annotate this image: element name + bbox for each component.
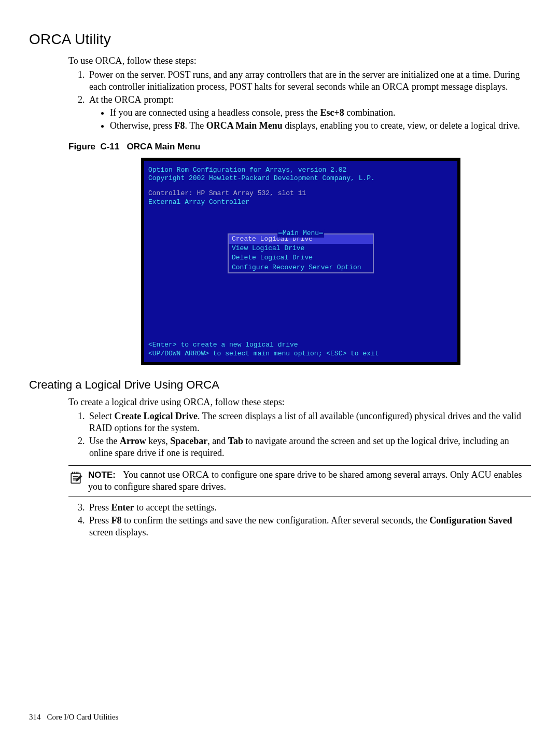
terminal-main-menu: ═Main Menu═ Create Logical Drive View Lo… [228,233,374,273]
text-orca: ORCA [183,469,209,480]
text-bold: ORCA Main Menu [206,120,283,131]
terminal-line: <UP/DOWN ARROW> to select main menu opti… [148,350,379,358]
document-page: ORCA Utility To use ORCA, follow these s… [0,0,560,746]
bullet-2: Otherwise, press F8. The ORCA Main Menu … [110,120,531,132]
text-orca: ORCA [115,94,142,105]
terminal-line: <Enter> to create a new logical drive [148,341,379,349]
terminal-footer: <Enter> to create a new logical drive <U… [148,341,379,358]
heading-creating-logical-drive: Creating a Logical Drive Using ORCA [29,378,531,392]
step-2: Use the Arrow keys, Spacebar, and Tab to… [87,435,531,459]
text: To create a logical drive using [68,397,184,407]
text: to accept the settings. [134,502,217,513]
text: keys, [146,436,171,446]
text: , follow these steps: [211,397,285,407]
text: Press [89,502,111,513]
text-bold: Tab [228,436,243,446]
note-label: NOTE: [88,470,116,480]
text: Main Menu [283,229,319,237]
text-bold: Arrow [120,436,146,446]
text-orca: ORCA [383,81,410,92]
terminal-screen: Option Rom Configuration for Arrays, ver… [144,161,457,362]
page-number: 314 [29,713,41,721]
divider [68,496,531,496]
figure-caption: Figure C-11 ORCA Main Menu [68,141,531,153]
note-icon [68,470,83,488]
steps-list-1: Power on the server. POST runs, and any … [68,69,531,132]
text: Otherwise, press [110,120,174,131]
text-orca: ORCA [184,397,211,407]
text: to confirm the settings and save the new… [122,515,430,526]
text-bold: F8 [111,515,122,526]
step-1: Select Create Logical Drive. The screen … [87,410,531,434]
bullet-list: If you are connected using a headless co… [89,107,531,132]
text-acu: ACU [471,469,492,480]
terminal-line: External Array Controller [148,198,453,206]
text: , and [207,436,228,446]
text-orca: ORCA [95,56,122,66]
footer-title: Core I/O Card Utilities [47,713,119,721]
steps-list-2: Select Create Logical Drive. The screen … [68,410,531,459]
text-bold: Create Logical Drive [114,411,198,421]
text: screen displays. [89,527,148,537]
text-bold: Spacebar [170,436,207,446]
text-bold: Esc+8 [320,107,344,118]
intro-block: To use ORCA, follow these steps: Power o… [68,55,531,365]
note-row: NOTE:You cannot use ORCA to configure on… [68,466,531,496]
text: , follow these steps: [122,56,197,66]
terminal-line: Copyright 2002 Hewlett-Packard Developme… [148,174,453,183]
intro-paragraph: To use ORCA, follow these steps: [68,55,531,67]
terminal-line: Controller: HP Smart Array 532, slot 11 [148,189,453,198]
note-block: NOTE:You cannot use ORCA to configure on… [68,465,531,496]
menu-item-view[interactable]: View Logical Drive [229,244,373,253]
steps-list-3: Press Enter to accept the settings. Pres… [68,502,531,538]
text: Select [89,411,114,421]
text-bold: Configuration Saved [429,515,512,526]
text: combination. [344,107,396,118]
text: Use the [89,436,120,446]
section-2-block: To create a logical drive using ORCA, fo… [68,396,531,538]
terminal-frame: Option Rom Configuration for Arrays, ver… [141,158,460,365]
note-text: NOTE:You cannot use ORCA to configure on… [88,469,531,493]
page-footer: 314Core I/O Card Utilities [29,712,118,722]
figure-label: Figure C-11 [68,142,119,151]
text: To use [68,56,95,66]
step-2: At the ORCA prompt: If you are connected… [87,94,531,132]
step-1: Power on the server. POST runs, and any … [87,69,531,93]
text: displays, enabling you to create, view, … [283,120,520,131]
menu-title: ═Main Menu═ [277,229,324,238]
text: At the [89,94,115,105]
notepad-icon [68,470,83,485]
menu-item-delete[interactable]: Delete Logical Drive [229,253,373,263]
text: If you are connected using a headless co… [110,107,320,118]
text-bold: Enter [111,502,134,513]
text: prompt: [142,94,174,105]
text: prompt message displays. [410,81,508,92]
text: You cannot use [123,469,183,480]
menu-item-configure[interactable]: Configure Recovery Server Option [229,263,373,272]
step-4: Press F8 to confirm the settings and sav… [87,515,531,538]
text-bold: F8 [174,120,185,131]
heading-orca-utility: ORCA Utility [29,30,531,49]
bullet-1: If you are connected using a headless co… [110,107,531,119]
text: . The [185,120,206,131]
step-3: Press Enter to accept the settings. [87,502,531,514]
terminal-line: Option Rom Configuration for Arrays, ver… [148,166,453,174]
figure-screenshot: Option Rom Configuration for Arrays, ver… [71,158,531,365]
text: to configure one spare drive to be share… [209,469,471,480]
text: Press [89,515,111,526]
figure-title: ORCA Main Menu [127,142,200,151]
section-2-lead: To create a logical drive using ORCA, fo… [68,396,531,408]
